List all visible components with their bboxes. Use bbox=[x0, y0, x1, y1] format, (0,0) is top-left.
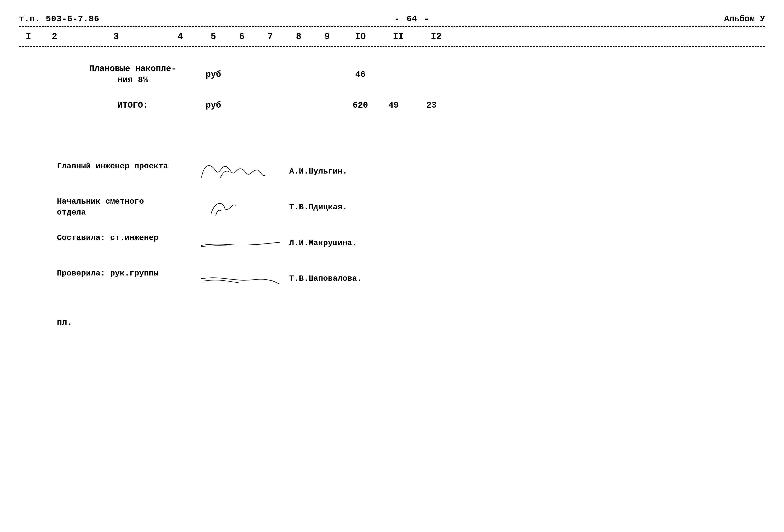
header-dash2: - bbox=[424, 14, 429, 24]
header-dash1: - bbox=[394, 14, 399, 24]
sig-name-4: Т.В.Шаповалова. bbox=[289, 274, 384, 283]
footer-text: пл. bbox=[57, 318, 72, 328]
header-center: - 64 - bbox=[394, 14, 429, 24]
sig-handwriting-4 bbox=[194, 268, 289, 289]
sig-handwriting-2 bbox=[194, 196, 289, 218]
row1-unit: руб bbox=[194, 70, 232, 79]
col-header-3: 3 bbox=[71, 31, 161, 42]
col-header-7: 7 bbox=[256, 31, 284, 42]
sig-handwriting-3 bbox=[194, 232, 289, 254]
row1-col9: 46 bbox=[346, 70, 374, 79]
col-header-9: 9 bbox=[313, 31, 341, 42]
sig-name-3: Л.И.Макрушина. bbox=[289, 239, 384, 248]
row1-label-line2: ния 8% bbox=[117, 75, 148, 85]
signatures-section: Главный инженер проекта А.И.Шульгин. Нач… bbox=[57, 161, 765, 289]
col-header-1: I bbox=[19, 31, 38, 42]
data-section: Плановые накопле- ния 8% руб 46 ИТОГО: р… bbox=[19, 56, 765, 118]
header-page-num: 64 bbox=[407, 14, 417, 24]
table-row: ИТОГО: руб 620 49 23 bbox=[19, 93, 765, 118]
columns-header-row: I 2 3 4 5 6 7 8 9 IO II I2 bbox=[19, 27, 765, 47]
table-row: Плановые накопле- ния 8% руб 46 bbox=[19, 56, 765, 93]
signature-row-1: Главный инженер проекта А.И.Шульгин. bbox=[57, 161, 765, 182]
col-header-5: 5 bbox=[199, 31, 228, 42]
row2-unit: руб bbox=[194, 101, 232, 110]
signature-row-4: Проверила: рук.группы Т.В.Шаповалова. bbox=[57, 268, 765, 289]
row1-label-line1: Плановые накопле- bbox=[89, 64, 176, 74]
row2-label: ИТОГО: bbox=[71, 100, 194, 111]
sig-title-2: Начальник сметногоотдела bbox=[57, 196, 194, 218]
col-header-4: 4 bbox=[161, 31, 199, 42]
col-header-11: II bbox=[379, 31, 417, 42]
page: т.п. 503-6-7.86 - 64 - Альбом У I 2 3 4 … bbox=[0, 0, 784, 532]
col-header-6: 6 bbox=[228, 31, 256, 42]
header-left: т.п. 503-6-7.86 bbox=[19, 14, 99, 24]
col-header-8: 8 bbox=[284, 31, 313, 42]
col-header-2: 2 bbox=[38, 31, 71, 42]
footer-section: пл. bbox=[57, 318, 765, 328]
col-header-12: I2 bbox=[417, 31, 455, 42]
row1-label: Плановые накопле- ния 8% bbox=[71, 63, 194, 86]
row2-col10: 49 bbox=[374, 101, 413, 110]
sig-name-2: Т.В.Пдицкая. bbox=[289, 203, 384, 212]
signature-row-2: Начальник сметногоотдела Т.В.Пдицкая. bbox=[57, 196, 765, 218]
row2-col9: 620 bbox=[346, 101, 374, 110]
signature-row-3: Составила: ст.инженер Л.И.Макрушина. bbox=[57, 232, 765, 254]
sig-title-4: Проверила: рук.группы bbox=[57, 268, 194, 279]
sig-title-3: Составила: ст.инженер bbox=[57, 232, 194, 244]
header: т.п. 503-6-7.86 - 64 - Альбом У bbox=[19, 14, 765, 24]
header-right: Альбом У bbox=[724, 14, 765, 24]
sig-handwriting-1 bbox=[194, 161, 289, 182]
col-header-10: IO bbox=[341, 31, 379, 42]
sig-name-1: А.И.Шульгин. bbox=[289, 167, 384, 176]
row2-label-text: ИТОГО: bbox=[117, 101, 148, 110]
row2-col11: 23 bbox=[413, 101, 450, 110]
sig-title-1: Главный инженер проекта bbox=[57, 161, 194, 172]
